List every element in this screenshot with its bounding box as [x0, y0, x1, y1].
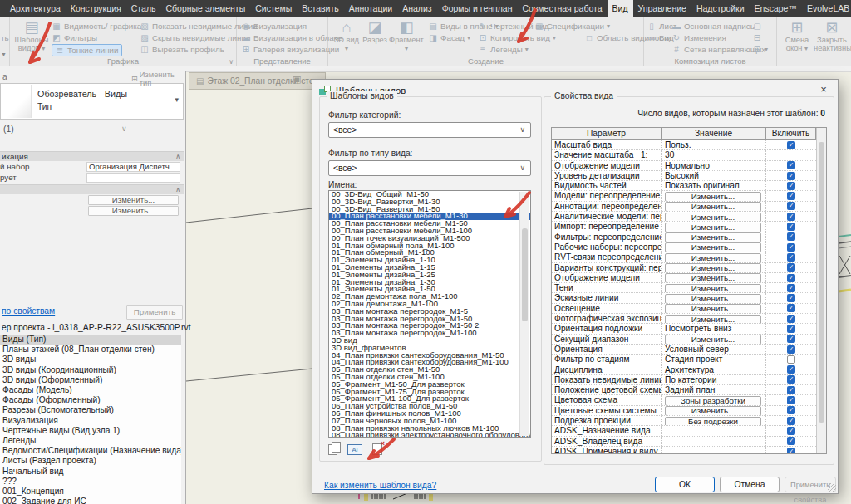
type-selector[interactable]: Обозреватель - Виды Тип ▾ — [0, 83, 184, 120]
view-tab[interactable]: ▤ Этаж 02_План отделки стен — [189, 72, 326, 90]
browser-tree-item[interactable]: Виды (Тип) — [0, 335, 181, 345]
render-gallery-button[interactable]: ⊞ Галерея визуализации — [241, 44, 339, 55]
property-value[interactable]: Изменить... — [662, 293, 766, 302]
checkbox-checked-icon[interactable]: ✓ — [787, 345, 795, 354]
value-button[interactable]: Изменить... — [665, 202, 761, 211]
template-name-item[interactable]: 08_План привязки электроустановочного об… — [329, 432, 530, 438]
ribbon-tab[interactable]: Формы и генплан — [437, 0, 518, 17]
panel-drop-icon[interactable]: ▼ — [1, 49, 7, 60]
browser-tree-item[interactable]: Разрезы (Вспомогательный) — [0, 405, 181, 415]
property-value[interactable]: Изменить... — [662, 252, 766, 262]
value-button[interactable]: Изменить... — [665, 192, 761, 201]
property-value[interactable]: Организация Диспетчера про... — [86, 162, 180, 172]
checkbox-checked-icon[interactable]: ✓ — [787, 335, 795, 343]
property-value[interactable]: Изменить... — [662, 406, 766, 415]
ok-button[interactable]: ОК — [655, 477, 715, 492]
checkbox-checked-icon[interactable]: ✓ — [787, 437, 795, 445]
switch-windows-button[interactable]: ⊞ Смена окон ▾ — [781, 19, 813, 52]
browser-tree-item[interactable]: Листы (Раздел проекта) — [0, 456, 181, 466]
value-button[interactable]: Изменить... — [665, 406, 761, 415]
checkbox-checked-icon[interactable]: ✓ — [787, 232, 795, 241]
filters-button[interactable]: ◩ Фильтры — [52, 32, 97, 43]
ribbon-tab[interactable]: Конструкция — [66, 0, 126, 17]
type-filter-select[interactable]: <все> ∨ — [328, 160, 531, 176]
3d-view-button[interactable]: ⌂ 3D вид ▾ — [332, 19, 361, 52]
browser-tree-item[interactable]: ??? — [0, 477, 181, 487]
checkbox-checked-icon[interactable]: ✓ — [787, 161, 795, 169]
checkbox-checked-icon[interactable]: ✓ — [787, 182, 795, 190]
checkbox-checked-icon[interactable]: ✓ — [787, 172, 795, 180]
ribbon-tab[interactable]: Надстройки — [691, 0, 750, 17]
value-button[interactable]: Изменить... — [665, 242, 761, 252]
new-tab-icon[interactable]: ▣ — [293, 74, 301, 85]
checkbox-checked-icon[interactable]: ✓ — [787, 253, 795, 262]
collapse-icon[interactable]: ∧ — [175, 152, 180, 162]
ribbon-tab[interactable]: Архитектура — [5, 0, 66, 17]
render-button[interactable]: ◉ Визуализация — [241, 21, 307, 32]
ribbon-tab[interactable]: Совместная работа — [517, 0, 607, 17]
property-value[interactable]: Изменить... — [662, 232, 766, 242]
browser-tree-item[interactable]: Фасады (Модель) — [0, 385, 181, 395]
checkbox-checked-icon[interactable]: ✓ — [787, 192, 795, 200]
ribbon-tab[interactable]: Анализ — [397, 0, 436, 17]
value-button[interactable]: Изменить... — [665, 294, 761, 303]
scrollbar-thumb[interactable] — [819, 142, 824, 423]
value-button[interactable]: Изменить... — [665, 263, 761, 272]
property-value[interactable]: Изменить... — [662, 283, 766, 292]
render-in-cloud-button[interactable]: ☁ Визуализация в облаке — [241, 32, 342, 43]
panel-icon-3[interactable]: ⊞ ▾ — [752, 44, 768, 55]
value-button[interactable]: Изменить... — [665, 335, 761, 344]
ribbon-tab[interactable]: Сталь — [126, 0, 161, 17]
thin-lines-button[interactable]: ≣ Тонкие линии — [52, 44, 122, 56]
edit-type-button[interactable]: ⊞ Изменить тип — [131, 72, 183, 85]
value-button[interactable]: Без подрезки — [665, 417, 761, 426]
close-icon[interactable]: × — [814, 82, 833, 97]
checkbox-checked-icon[interactable]: ✓ — [787, 284, 795, 292]
schedules-button[interactable]: ▦ Спецификации ▾ — [534, 21, 610, 32]
ribbon-tab[interactable]: Сборные элементы — [161, 0, 251, 17]
browser-tree-item[interactable]: Ведомости/Спецификации (Назначение вида) — [0, 446, 181, 456]
template-name-item[interactable]: 03_План монтажа перегородок_М1-100 — [329, 330, 530, 337]
browser-tree-item[interactable]: 3D виды (Оформленный) — [0, 375, 181, 385]
value-button[interactable]: Изменить... — [665, 304, 761, 313]
collapse-icon[interactable]: ∧ — [175, 185, 180, 195]
browser-tree-item[interactable]: 002_Задание для ИС — [0, 497, 181, 504]
elevation-button[interactable]: ◨ Фасад ▾ — [428, 32, 470, 43]
ribbon-tab[interactable]: Enscape™ — [750, 0, 802, 17]
resize-grip[interactable] — [828, 483, 836, 492]
browser-tree-item[interactable]: Начальный вид — [0, 467, 181, 477]
apply-button[interactable]: Применить — [126, 305, 183, 320]
cut-profile-button[interactable]: ◫ Вырезать профиль — [140, 44, 224, 55]
ribbon-tab[interactable]: Управление — [633, 0, 691, 17]
view-templates-button[interactable]: ▤ Шаблоны видов ▾ — [13, 19, 50, 52]
ribbon-tab[interactable]: Вставить — [297, 0, 344, 17]
property-value[interactable] — [86, 173, 180, 183]
value-button[interactable]: Изменить... — [665, 273, 761, 282]
ribbon-tab[interactable]: Аннотации — [344, 0, 398, 17]
checkbox-checked-icon[interactable]: ✓ — [787, 427, 795, 435]
properties-help-link[interactable]: по свойствам — [2, 306, 55, 316]
title-block-button[interactable]: ▬ Основная надпись — [671, 21, 755, 32]
chevron-down-icon[interactable]: ∨ — [121, 125, 127, 133]
checkbox-checked-icon[interactable]: ✓ — [787, 304, 795, 312]
browser-tree-item[interactable]: Визуализация — [0, 416, 181, 426]
revisions-button[interactable]: ↻ Изменения — [671, 32, 726, 43]
checkbox-checked-icon[interactable]: ✓ — [787, 417, 795, 425]
property-value[interactable]: Без подрезки — [662, 416, 766, 425]
rename-template-icon[interactable]: AI — [347, 444, 362, 455]
browser-tree-item[interactable]: Легенды — [0, 436, 181, 446]
names-scrollbar[interactable] — [519, 192, 529, 436]
close-inactive-button[interactable]: ⊠ Закрыть неактивные — [814, 19, 850, 52]
checkbox-checked-icon[interactable]: ✓ — [787, 223, 795, 231]
panel-icon-1[interactable]: ▢ — [752, 21, 762, 32]
property-value[interactable]: Изменить... — [662, 222, 766, 231]
legends-button[interactable]: ≡ Легенды ▾ — [478, 44, 529, 55]
checkbox-checked-icon[interactable]: ✓ — [787, 315, 795, 323]
value-button[interactable]: Зоны разработки — [665, 396, 761, 405]
property-value[interactable]: Изменить... — [662, 212, 766, 221]
checkbox-checked-icon[interactable]: ✓ — [787, 202, 795, 210]
property-value[interactable]: Изменить... — [662, 314, 766, 323]
value-button[interactable]: Изменить... — [665, 213, 761, 222]
value-button[interactable]: Изменить... — [665, 315, 761, 324]
property-value[interactable]: Изменить... — [662, 273, 766, 282]
